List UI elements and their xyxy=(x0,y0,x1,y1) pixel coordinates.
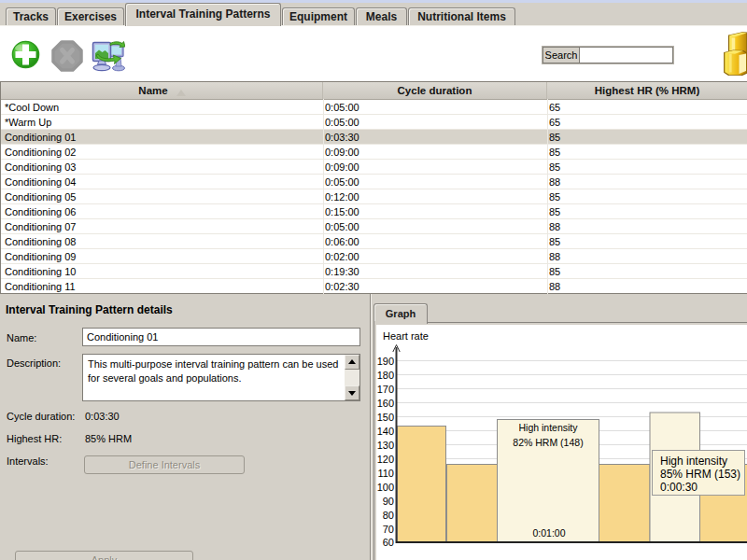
svg-text:160: 160 xyxy=(377,398,394,409)
svg-text:85% HRM (153): 85% HRM (153) xyxy=(660,468,740,481)
svg-text:190: 190 xyxy=(377,356,394,367)
svg-text:0:00:30: 0:00:30 xyxy=(660,481,698,494)
svg-text:150: 150 xyxy=(377,412,394,423)
svg-text:90: 90 xyxy=(383,496,394,507)
svg-text:140: 140 xyxy=(377,426,394,437)
svg-text:110: 110 xyxy=(377,468,394,479)
svg-text:0:01:00: 0:01:00 xyxy=(532,527,565,539)
svg-text:High intensity: High intensity xyxy=(518,422,578,433)
svg-text:Heart rate: Heart rate xyxy=(383,330,429,342)
svg-text:100: 100 xyxy=(377,482,394,493)
svg-text:130: 130 xyxy=(377,440,394,451)
svg-text:120: 120 xyxy=(377,454,394,465)
svg-text:High intensity: High intensity xyxy=(660,455,727,468)
svg-text:82% HRM (148): 82% HRM (148) xyxy=(513,437,583,448)
svg-text:70: 70 xyxy=(383,524,394,535)
svg-text:60: 60 xyxy=(383,537,394,548)
svg-text:80: 80 xyxy=(383,510,394,521)
svg-text:170: 170 xyxy=(377,384,394,395)
svg-text:180: 180 xyxy=(377,370,394,381)
